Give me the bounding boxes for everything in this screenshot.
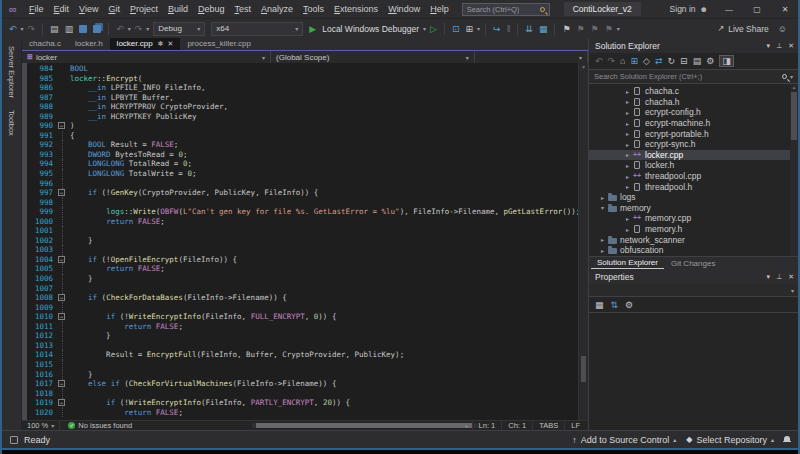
expand-arrow-icon[interactable]: ▸	[623, 183, 632, 190]
properties-close-icon[interactable]: ✕	[788, 273, 794, 281]
menu-extensions[interactable]: Extensions	[329, 0, 383, 18]
pending-changes-filter-icon[interactable]: ◇	[643, 56, 650, 66]
attach-to-process-icon[interactable]: ↪	[490, 20, 504, 38]
maximize-button[interactable]: ▢	[750, 5, 764, 14]
redo-icon[interactable]: ↷	[132, 20, 146, 38]
code-line[interactable]: 985locker::Encrypt(	[27, 74, 578, 84]
doc-tab-locker.h[interactable]: locker.h	[68, 38, 110, 50]
editor-horizontal-scrollbar[interactable]	[252, 423, 478, 428]
fold-collapse-icon[interactable]: −	[58, 380, 65, 387]
code-line[interactable]: 998	[27, 198, 578, 208]
expand-arrow-icon[interactable]: ▸	[623, 226, 632, 233]
expand-arrow-icon[interactable]: ▸	[598, 194, 607, 201]
refresh-icon[interactable]: ↻	[668, 56, 676, 66]
code-line[interactable]: 992 BOOL Result = FALSE;	[27, 140, 578, 150]
properties-pin-icon[interactable]: ⊥	[776, 273, 782, 281]
tree-item-ecrypt-sync.h[interactable]: ▸ecrypt-sync.h	[589, 139, 798, 150]
health-status[interactable]: No issues found	[78, 421, 132, 430]
menu-file[interactable]: File	[24, 0, 49, 18]
doc-tab-locker.cpp[interactable]: locker.cpp✱✕	[110, 38, 181, 50]
fold-collapse-icon[interactable]: −	[58, 294, 65, 301]
expand-arrow-icon[interactable]: ▸	[598, 236, 607, 243]
bookmark-list-icon[interactable]: ⚑	[602, 20, 616, 38]
redo-caret-icon[interactable]: ▾	[145, 25, 150, 32]
eol-indicator[interactable]: LF	[564, 421, 586, 430]
menu-tools[interactable]: Tools	[298, 0, 329, 18]
code-line[interactable]: 1010− if (!WriteEncryptInfo(FileInfo, FU…	[27, 312, 578, 322]
tree-item-ecrypt-machine.h[interactable]: ▸ecrypt-machine.h	[589, 118, 798, 129]
notifications-bell-icon[interactable]	[784, 436, 790, 441]
sync-with-active-document-icon[interactable]: ⇄	[655, 56, 663, 66]
undo-icon[interactable]: ↶	[113, 20, 127, 38]
process-window-icon[interactable]: ⊡	[449, 20, 463, 38]
code-line[interactable]: 1020 return FALSE;	[27, 408, 578, 418]
expand-arrow-icon[interactable]: ▾	[598, 204, 607, 211]
code-line[interactable]: 1003	[27, 245, 578, 255]
add-to-source-control-button[interactable]: ↑ Add to Source Control ▴	[572, 435, 676, 445]
properties-object-dropdown[interactable]: ▾	[589, 284, 798, 297]
hscrollbar-thumb[interactable]	[256, 423, 472, 428]
tree-item-memory.h[interactable]: ▸memory.h	[589, 224, 798, 235]
code-line[interactable]: 984BOOL	[27, 64, 578, 74]
expand-arrow-icon[interactable]: ▸	[623, 130, 632, 137]
menu-view[interactable]: View	[74, 0, 103, 18]
next-bookmark-icon[interactable]: ⚑	[588, 20, 602, 38]
menu-project[interactable]: Project	[125, 0, 163, 18]
select-repository-button[interactable]: ◆ Select Repository ▴	[686, 435, 774, 445]
code-line[interactable]: 997− if (!GenKey(CryptoProvider, PublicK…	[27, 188, 578, 198]
run-button-label[interactable]: Local Windows Debugger	[322, 24, 419, 34]
feedback-icon[interactable]: ☺	[775, 20, 790, 38]
menu-build[interactable]: Build	[163, 0, 193, 18]
alphabetical-icon[interactable]: ⇅	[611, 300, 619, 310]
code-line[interactable]: 994 LONGLONG TotalRead = 0;	[27, 159, 578, 169]
code-line[interactable]: 1013	[27, 341, 578, 351]
menu-help[interactable]: Help	[425, 0, 454, 18]
tab-close-icon[interactable]: ✕	[168, 40, 174, 48]
code-line[interactable]: 988 __in HCRYPTPROV CryptoProvider,	[27, 102, 578, 112]
code-line[interactable]: 1008− if (CheckForDataBases(FileInfo->Fi…	[27, 293, 578, 303]
expand-arrow-icon[interactable]: ▸	[623, 141, 632, 148]
editor-vertical-scrollbar[interactable]: ▾	[578, 63, 588, 420]
navigate-forward-icon[interactable]: ↷	[25, 20, 39, 38]
menu-edit[interactable]: Edit	[49, 0, 75, 18]
pause-icon[interactable]: ‖	[504, 20, 514, 38]
scroll-right-icon[interactable]: ▸	[463, 422, 472, 429]
preview-selected-icon[interactable]: ◨	[719, 55, 734, 67]
menu-window[interactable]: Window	[383, 0, 425, 18]
tree-item-chacha.h[interactable]: ▸chacha.h	[589, 97, 798, 108]
close-button[interactable]: ✕	[778, 5, 792, 14]
tree-item-logs[interactable]: ▸logs	[589, 192, 798, 203]
categorized-icon[interactable]: ▦	[595, 300, 604, 310]
zoom-dropdown[interactable]: 100 % ▾	[22, 421, 60, 430]
properties-options-icon[interactable]: ▾	[767, 273, 771, 281]
start-without-debugging-icon[interactable]: ▷	[427, 20, 440, 38]
code-line[interactable]: 1018	[27, 389, 578, 399]
code-line[interactable]: 1011 return FALSE;	[27, 322, 578, 332]
code-line[interactable]: 1019− if (!WriteEncryptInfo(FileInfo, PA…	[27, 398, 578, 408]
code-line[interactable]: 987 __in LPBYTE Buffer,	[27, 93, 578, 103]
minimize-button[interactable]: —	[722, 5, 736, 14]
global-search-input[interactable]: Search (Ctrl+Q)	[462, 3, 550, 16]
code-line[interactable]: 1005 return FALSE;	[27, 264, 578, 274]
tree-scroll-up-icon[interactable]: ▴	[790, 84, 798, 91]
code-line[interactable]: 1014 Result = EncryptFull(FileInfo, Buff…	[27, 350, 578, 360]
menu-git[interactable]: Git	[103, 0, 125, 18]
indent-mode-indicator[interactable]: TABS	[532, 421, 564, 430]
server-explorer-tab[interactable]: Server Explorer	[7, 40, 16, 104]
code-line[interactable]: 1000 return FALSE;	[27, 217, 578, 227]
sign-in-button[interactable]: Sign in ☻	[670, 4, 708, 14]
tree-scrollbar-thumb[interactable]	[791, 92, 797, 140]
toolbox-tab[interactable]: Toolbox	[7, 104, 16, 142]
tree-item-locker.h[interactable]: ▸locker.h	[589, 160, 798, 171]
code-line[interactable]: 996	[27, 179, 578, 189]
layout-caret-icon[interactable]: ▾	[476, 25, 481, 32]
home-icon[interactable]: ⌂	[620, 56, 625, 66]
tree-item-ecrypt-config.h[interactable]: ▸ecrypt-config.h	[589, 107, 798, 118]
platform-dropdown[interactable]: x64▾	[211, 22, 303, 36]
fold-collapse-icon[interactable]: −	[58, 256, 65, 263]
fold-collapse-icon[interactable]: −	[58, 122, 65, 129]
tree-item-threadpool.h[interactable]: ▸threadpool.h	[589, 181, 798, 192]
tree-item-ecrypt-portable.h[interactable]: ▸ecrypt-portable.h	[589, 128, 798, 139]
code-line[interactable]: 1002 }	[27, 236, 578, 246]
step-over-icon[interactable]: ▦	[536, 20, 551, 38]
